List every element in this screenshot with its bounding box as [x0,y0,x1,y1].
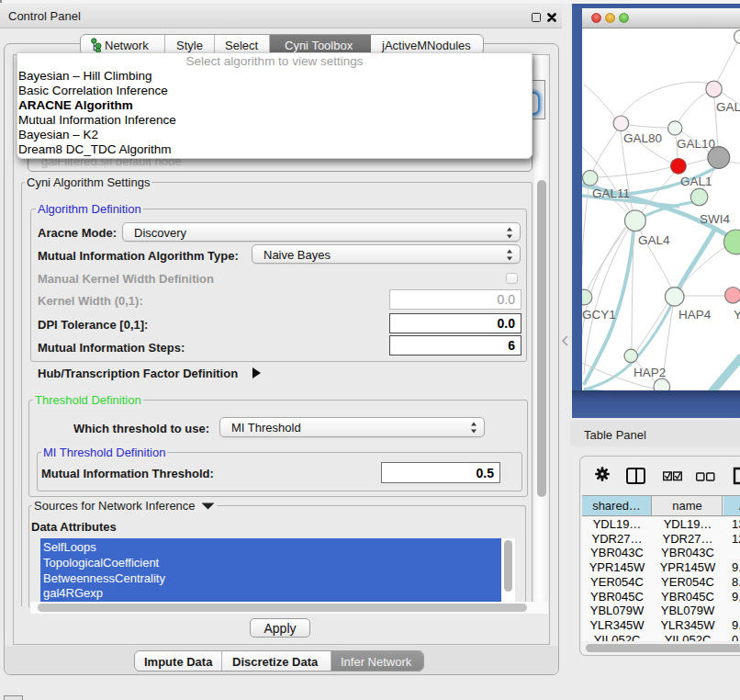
svg-text:GAL4: GAL4 [638,233,670,247]
svg-text:GAL11: GAL11 [592,186,630,200]
svg-text:GAL7: GAL7 [716,100,740,114]
svg-text:GAL10: GAL10 [677,137,715,151]
svg-text:SWI4: SWI4 [700,212,730,226]
svg-text:HAP4: HAP4 [678,308,712,322]
svg-text:GAL80: GAL80 [623,131,662,145]
svg-text:GCY1: GCY1 [582,308,616,322]
svg-text:GAL1: GAL1 [680,175,712,188]
svg-text:HAP2: HAP2 [633,366,666,379]
svg-text:Y: Y [734,308,740,322]
